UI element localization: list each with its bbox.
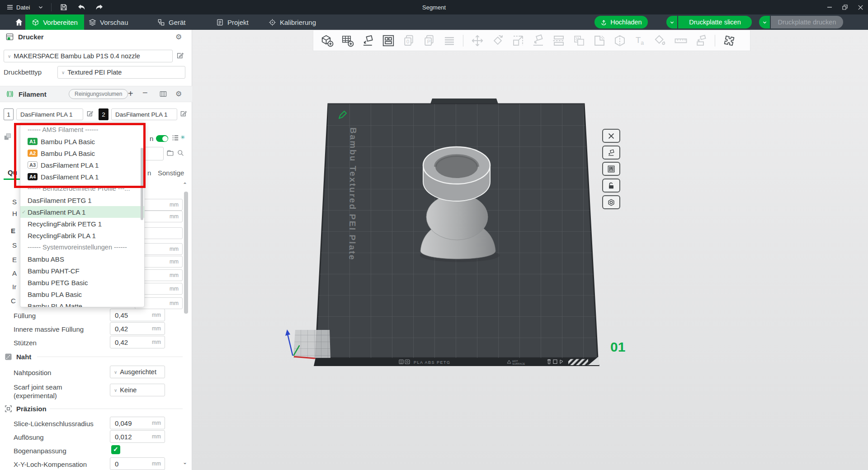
arc-fitting-checkbox[interactable] <box>111 445 120 454</box>
tab-vorschau[interactable]: Vorschau <box>89 14 139 30</box>
lock-plate-button[interactable] <box>602 179 620 193</box>
auto-orient-icon <box>607 149 615 157</box>
plate-settings-button[interactable] <box>602 195 620 209</box>
print-plate-button[interactable]: Druckplatte drucken <box>771 16 843 28</box>
precision-section-title: Präzision <box>16 405 47 413</box>
dropdown-option-ams[interactable]: A1Bambu PLA Basic <box>20 136 144 147</box>
tab-geraet[interactable]: Gerät <box>157 14 192 30</box>
ams-panel-icon[interactable] <box>159 90 167 100</box>
viewport-3d[interactable]: 0 P Ta <box>192 30 868 470</box>
dropdown-option[interactable]: RecyclingFabrik PLA 1 <box>20 230 144 241</box>
option-label: DasFilament PLA 1 <box>41 173 99 181</box>
advanced-toggle[interactable] <box>156 135 168 142</box>
filament-section-title: Filament <box>19 90 47 98</box>
print-dropdown-button[interactable] <box>759 16 770 28</box>
tab-qualitaet-fragment[interactable]: Qu <box>8 169 17 176</box>
z-axis <box>288 334 293 357</box>
dropdown-option-ams[interactable]: A2Bambu PLA Basic <box>20 147 144 159</box>
ams-slot-badge: A2 <box>28 150 38 157</box>
add-filament-button[interactable]: + <box>128 89 133 99</box>
setting-label-fragment: A <box>12 269 17 277</box>
option-label: DasFilament PLA 1 <box>41 161 99 169</box>
filament-settings-gear-icon[interactable]: ⚙ <box>175 89 182 98</box>
gap-closing-label: Slice-Lückenschlussradius <box>14 420 94 428</box>
bed-type-label: Druckbetttyp <box>4 68 42 76</box>
printer-edit-button[interactable] <box>176 52 184 61</box>
upload-button[interactable]: Hochladen <box>594 16 648 28</box>
bed-type-select[interactable]: ∨ Textured PEI Plate <box>57 66 185 79</box>
printer-select[interactable]: ∨ MAKERSPACE Bambu Lab P1S 0.4 nozzle <box>4 50 173 62</box>
build-plate-scene[interactable]: Bambu Textured PEI Plate PLA ABS PETG HO… <box>192 30 868 470</box>
arrange-plate-button[interactable] <box>602 162 620 176</box>
seam-position-select[interactable]: ∨ Ausgerichtet <box>110 366 165 378</box>
ams-slot-badge: A3 <box>28 161 38 169</box>
tab-sonstige[interactable]: Sonstige <box>158 169 184 177</box>
unit-label: mm <box>152 433 165 440</box>
remove-filament-button[interactable]: − <box>142 88 148 98</box>
redo-button[interactable] <box>95 0 104 14</box>
option-label: Bambu PETG Basic <box>28 279 88 287</box>
file-menu[interactable]: Datei <box>6 0 30 14</box>
save-button[interactable] <box>60 0 68 14</box>
support-input[interactable]: 0,42 mm <box>110 336 165 348</box>
dropdown-group-header: ------ Systemvoreinstellungen ------ <box>20 241 144 253</box>
scarf-seam-select[interactable]: ∨ Keine <box>110 384 165 396</box>
flush-volumes-button[interactable]: Reinigungsvolumen <box>69 89 128 99</box>
dropdown-option[interactable]: Bambu ABS <box>20 253 144 265</box>
dropdown-scrollbar-thumb[interactable] <box>141 148 143 220</box>
unit-label: mm <box>170 300 182 306</box>
divider <box>51 3 52 11</box>
filament-slot-2-select[interactable]: DasFilament PLA 1 <box>111 108 177 120</box>
undo-button[interactable] <box>77 0 86 14</box>
xy-hole-input[interactable]: 0 mm <box>110 457 165 470</box>
slice-dropdown-button[interactable] <box>666 16 677 28</box>
maximize-button[interactable] <box>837 0 853 14</box>
dropdown-option-selected[interactable]: DasFilament PLA 1 <box>20 206 144 218</box>
tab-vorbereiten[interactable]: Vorbereiten <box>25 14 84 30</box>
materials-label: PLA ABS PETG <box>414 360 451 365</box>
dropdown-option-ams[interactable]: A3DasFilament PLA 1 <box>20 159 144 171</box>
seam-position-value: Ausgerichtet <box>120 368 156 376</box>
dropdown-option[interactable]: Bambu PAHT-CF <box>20 265 144 277</box>
dropdown-option[interactable]: DasFilament PETG 1 <box>20 194 144 206</box>
edit-icon <box>176 52 184 60</box>
minimize-button[interactable] <box>822 0 837 14</box>
support-value: 0,42 <box>110 338 152 346</box>
close-button[interactable] <box>853 0 868 14</box>
dropdown-option-ams[interactable]: A4DasFilament PLA 1 <box>20 171 144 183</box>
process-list-icon[interactable] <box>172 134 179 143</box>
menu-expand-button[interactable] <box>38 0 43 14</box>
filament-2-edit-button[interactable] <box>179 110 187 119</box>
process-extra-icon[interactable]: ✳ <box>180 134 185 141</box>
filament-slot-1-select[interactable]: DasFilament PLA 1 <box>16 108 83 120</box>
close-icon <box>858 5 863 10</box>
scroll-down-arrow[interactable]: ⌄ <box>183 459 187 465</box>
tab-fragment[interactable]: n <box>147 169 151 177</box>
filament-1-edit-button[interactable] <box>86 110 94 119</box>
unit-label: mm <box>152 420 165 426</box>
slice-plate-button[interactable]: Druckplatte slicen <box>678 16 752 28</box>
dropdown-option[interactable]: Bambu PLA Basic <box>20 288 144 300</box>
infill-input[interactable]: 0,45 mm <box>110 309 165 321</box>
tab-label: Projekt <box>227 19 249 26</box>
resolution-input[interactable]: 0,012 mm <box>110 430 165 443</box>
t­ab-projekt[interactable]: Projekt <box>216 14 255 30</box>
filament-slot-1-name: DasFilament PLA 1 <box>20 111 73 118</box>
chevron-down-icon: ∨ <box>114 388 117 393</box>
internal-solid-label: Innere massive Füllung <box>14 325 84 333</box>
internal-solid-input[interactable]: 0,42 mm <box>110 322 165 335</box>
save-profile-folder-icon[interactable] <box>166 149 174 159</box>
dropdown-option[interactable]: RecyclingFabrik PETG 1 <box>20 218 144 230</box>
dropdown-option[interactable]: Bambu PETG Basic <box>20 277 144 288</box>
precision-section-header: Präzision <box>5 405 47 413</box>
sidebar-scrollbar-thumb[interactable] <box>184 192 188 314</box>
tab-kalibrierung[interactable]: Kalibrierung <box>269 14 324 30</box>
auto-orient-plate-button[interactable] <box>602 146 620 160</box>
dropdown-option[interactable]: Bambu PLA Matte <box>20 300 144 307</box>
delete-plate-button[interactable] <box>602 129 620 143</box>
plate-settings-icon <box>607 198 615 207</box>
search-icon[interactable] <box>177 149 184 159</box>
gap-closing-input[interactable]: 0,049 mm <box>110 417 165 429</box>
scroll-up-arrow[interactable]: ⌃ <box>183 182 187 188</box>
printer-settings-gear-icon[interactable]: ⚙ <box>175 33 182 41</box>
